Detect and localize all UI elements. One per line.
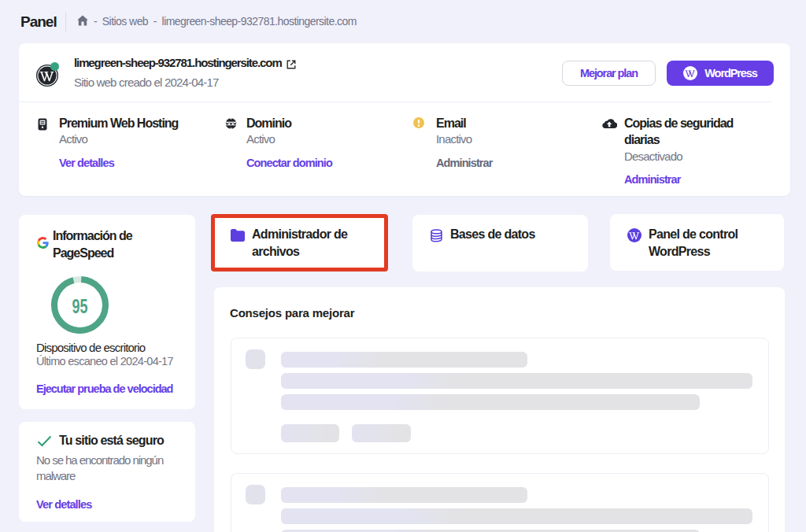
svg-text:95: 95	[72, 295, 88, 317]
